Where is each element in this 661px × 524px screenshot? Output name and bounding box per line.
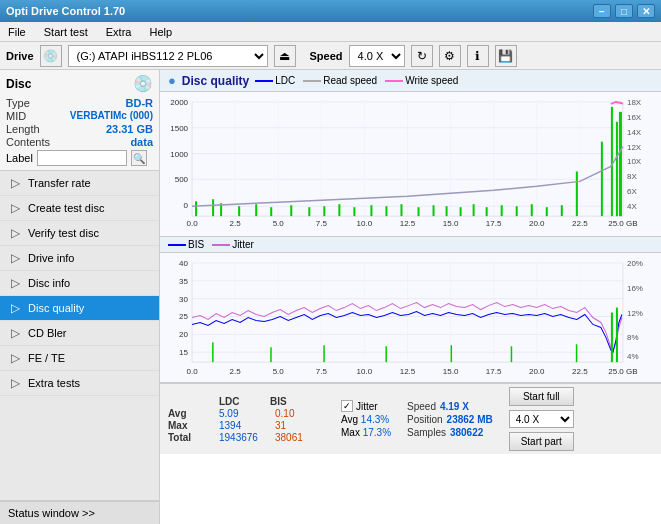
nav-disc-info[interactable]: ▷ Disc info [0,271,159,296]
disc-length-label: Length [6,123,40,135]
titlebar: Opti Drive Control 1.70 − □ ✕ [0,0,661,22]
nav-disc-quality[interactable]: ▷ Disc quality [0,296,159,321]
quality-icon: ● [168,73,176,88]
chart2-header: BIS Jitter [160,237,661,253]
samples-row: Samples 380622 [407,427,493,438]
svg-rect-34 [446,206,448,216]
label-search-button[interactable]: 🔍 [131,150,147,166]
svg-text:0: 0 [184,201,189,210]
nav-cd-bler[interactable]: ▷ CD Bler [0,321,159,346]
nav-fe-te[interactable]: ▷ FE / TE [0,346,159,371]
svg-rect-25 [308,207,310,216]
refresh-button[interactable]: ↻ [411,45,433,67]
svg-text:2000: 2000 [170,98,188,107]
info-button[interactable]: ℹ [467,45,489,67]
chart1-container: 2000 1500 1000 500 0 18X 16X 14X 12X 10X… [160,92,661,237]
svg-text:25.0 GB: 25.0 GB [608,219,637,228]
speed-key: Speed [407,401,436,412]
svg-text:18X: 18X [627,98,642,107]
nav-cd-bler-label: CD Bler [28,327,67,339]
nav-verify-test-disc[interactable]: ▷ Verify test disc [0,221,159,246]
drive-select[interactable]: (G:) ATAPI iHBS112 2 PL06 [68,45,268,67]
stats-total-ldc: 1943676 [219,432,269,443]
stats-total-row: Total 1943676 38061 [168,432,325,443]
menubar: File Start test Extra Help [0,22,661,42]
start-part-button[interactable]: Start part [509,432,574,451]
speed-row: Speed 4.19 X [407,401,493,412]
legend-write-speed-label: Write speed [405,75,458,86]
svg-rect-19 [212,199,214,216]
menu-start-test[interactable]: Start test [40,25,92,39]
minimize-button[interactable]: − [593,4,611,18]
drivebar: Drive 💿 (G:) ATAPI iHBS112 2 PL06 ⏏ Spee… [0,42,661,70]
svg-rect-41 [546,207,548,216]
svg-text:7.5: 7.5 [316,219,328,228]
jitter-max-label: Max [341,427,363,438]
stats-max-label: Max [168,420,213,431]
disc-mid-label: MID [6,110,26,122]
close-button[interactable]: ✕ [637,4,655,18]
nav-drive-info[interactable]: ▷ Drive info [0,246,159,271]
start-full-button[interactable]: Start full [509,387,574,406]
nav-create-test-disc[interactable]: ▷ Create test disc [0,196,159,221]
svg-text:5.0: 5.0 [273,367,285,376]
chart2-legend: BIS Jitter [168,239,254,250]
svg-text:15: 15 [179,348,188,357]
position-row: Position 23862 MB [407,414,493,425]
svg-rect-92 [270,347,272,362]
disc-length-row: Length 23.31 GB [6,123,153,135]
save-button[interactable]: 💾 [495,45,517,67]
nav-cd-bler-icon: ▷ [8,326,22,340]
nav-transfer-rate[interactable]: ▷ Transfer rate [0,171,159,196]
menu-extra[interactable]: Extra [102,25,136,39]
svg-rect-97 [576,344,578,362]
menu-help[interactable]: Help [145,25,176,39]
svg-rect-39 [516,206,518,216]
speed-combo-select[interactable]: 4.0 X [509,410,574,428]
svg-rect-23 [270,207,272,216]
nav-fe-te-label: FE / TE [28,352,65,364]
action-buttons: Start full 4.0 X Start part [509,387,574,451]
nav-extra-icon: ▷ [8,376,22,390]
disc-label-text: Label [6,152,33,164]
maximize-button[interactable]: □ [615,4,633,18]
speed-select[interactable]: 4.0 X [349,45,405,67]
svg-text:20.0: 20.0 [529,367,545,376]
disc-label-input[interactable] [37,150,127,166]
status-window-button[interactable]: Status window >> [0,502,159,524]
menu-file[interactable]: File [4,25,30,39]
disc-contents-value: data [130,136,153,148]
svg-text:16X: 16X [627,113,642,122]
stats-header-empty [168,396,213,407]
eject-button[interactable]: ⏏ [274,45,296,67]
svg-rect-45 [611,107,613,216]
svg-text:2.5: 2.5 [230,367,242,376]
svg-rect-94 [385,346,387,362]
nav-transfer-rate-icon: ▷ [8,176,22,190]
stats-total-label: Total [168,432,213,443]
svg-text:15.0: 15.0 [443,367,459,376]
disc-type-value: BD-R [126,97,154,109]
disc-icon: 💿 [133,74,153,93]
drive-icon: 💿 [40,45,62,67]
jitter-checkbox[interactable]: ✓ [341,400,353,412]
legend-bis: BIS [168,239,204,250]
stats-max-bis: 31 [275,420,325,431]
jitter-section: ✓ Jitter Avg 14.3% Max 17.3% [341,400,391,438]
svg-rect-30 [385,206,387,216]
nav-verify-icon: ▷ [8,226,22,240]
drive-label: Drive [6,50,34,62]
settings-button[interactable]: ⚙ [439,45,461,67]
svg-text:4%: 4% [627,352,639,361]
stats-avg-ldc: 5.09 [219,408,269,419]
svg-rect-98 [611,313,613,363]
disc-mid-row: MID VERBATIMc (000) [6,110,153,122]
legend-read-speed-label: Read speed [323,75,377,86]
nav-drive-info-label: Drive info [28,252,74,264]
speed-val: 4.19 X [440,401,469,412]
nav-extra-tests[interactable]: ▷ Extra tests [0,371,159,396]
jitter-max-value: 17.3% [363,427,391,438]
svg-rect-18 [195,201,197,216]
svg-text:22.5: 22.5 [572,219,588,228]
svg-text:12%: 12% [627,309,643,318]
